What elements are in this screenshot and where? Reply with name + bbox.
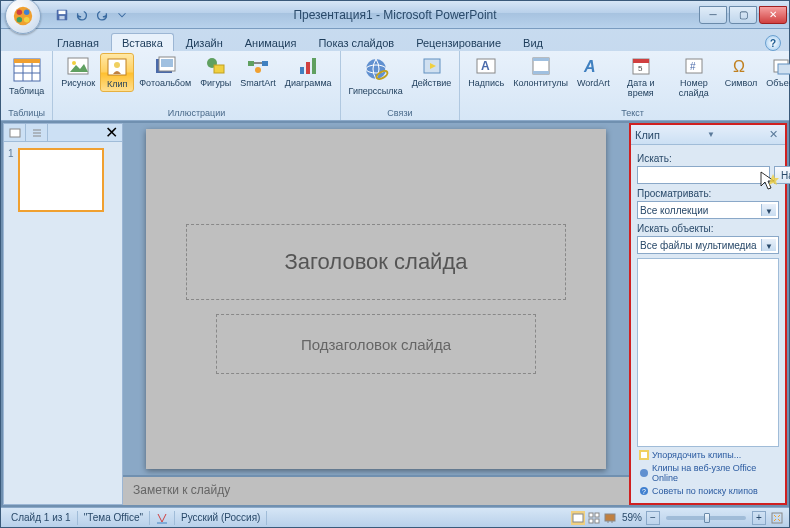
browse-select[interactable]: Все коллекции▼ — [637, 201, 779, 219]
search-start-button[interactable]: Начать — [774, 166, 790, 184]
subtitle-placeholder[interactable]: Подзаголовок слайда — [216, 314, 536, 374]
spell-icon[interactable] — [150, 511, 175, 525]
outline-tab[interactable] — [26, 124, 48, 141]
group-tables: Таблица Таблицы — [1, 51, 53, 120]
hyperlink-button[interactable]: Гиперссылка — [345, 53, 407, 98]
svg-rect-64 — [595, 519, 599, 523]
zoom-percent[interactable]: 59% — [618, 511, 646, 525]
svg-text:A: A — [481, 59, 490, 73]
save-button[interactable] — [53, 6, 71, 24]
taskpane-menu[interactable]: ▼ — [707, 130, 715, 139]
redo-button[interactable] — [93, 6, 111, 24]
undo-button[interactable] — [73, 6, 91, 24]
picture-icon — [66, 55, 90, 77]
svg-rect-36 — [533, 58, 549, 61]
close-button[interactable]: ✕ — [759, 6, 787, 24]
picture-button[interactable]: Рисунок — [57, 53, 99, 90]
hyperlink-icon — [360, 55, 392, 85]
panel-close[interactable]: ✕ — [100, 124, 122, 141]
tab-design[interactable]: Дизайн — [176, 34, 233, 51]
fit-window[interactable] — [770, 511, 784, 525]
svg-rect-13 — [14, 59, 40, 63]
photoalbum-icon — [153, 55, 177, 77]
chart-button[interactable]: Диаграмма — [281, 53, 336, 90]
headerfooter-button[interactable]: Колонтитулы — [509, 53, 572, 90]
tab-review[interactable]: Рецензирование — [406, 34, 511, 51]
svg-rect-7 — [59, 15, 64, 19]
symbol-button[interactable]: Ω Символ — [721, 53, 761, 90]
svg-rect-51 — [10, 129, 20, 137]
svg-rect-27 — [306, 62, 310, 74]
shapes-button[interactable]: Фигуры — [196, 53, 235, 90]
slide-count[interactable]: Слайд 1 из 1 — [5, 511, 78, 525]
search-label: Искать: — [637, 153, 779, 164]
zoom-slider[interactable] — [666, 516, 746, 520]
textbox-button[interactable]: A Надпись — [464, 53, 508, 90]
tab-slideshow[interactable]: Показ слайдов — [308, 34, 404, 51]
smartart-button[interactable]: SmartArt — [236, 53, 280, 90]
svg-rect-24 — [262, 61, 268, 66]
photoalbum-button[interactable]: Фотоальбом — [135, 53, 195, 90]
zoom-in[interactable]: + — [752, 511, 766, 525]
svg-rect-28 — [312, 58, 316, 74]
organize-link[interactable]: Упорядочить клипы... — [639, 450, 777, 460]
tab-animation[interactable]: Анимация — [235, 34, 307, 51]
objects-select[interactable]: Все файлы мультимедиа▼ — [637, 236, 779, 254]
object-icon — [770, 55, 790, 77]
online-link[interactable]: Клипы на веб-узле Office Online — [639, 463, 777, 483]
tab-insert[interactable]: Вставка — [111, 33, 174, 51]
taskpane-header: Клип ▼ ✕ — [631, 125, 785, 145]
qat-menu[interactable] — [113, 6, 131, 24]
wordart-button[interactable]: A WordArt — [573, 53, 614, 90]
help-icon: ? — [639, 486, 649, 496]
clip-taskpane: Клип ▼ ✕ Искать: Начать Просматривать: В… — [629, 123, 787, 505]
action-button[interactable]: Действие — [408, 53, 456, 90]
ribbon-tabs: Главная Вставка Дизайн Анимация Показ сл… — [1, 29, 789, 51]
slideshow-view[interactable] — [603, 511, 617, 525]
quick-access-toolbar — [53, 6, 131, 24]
slide-canvas[interactable]: Заголовок слайда Подзаголовок слайда — [123, 123, 629, 475]
tab-home[interactable]: Главная — [47, 34, 109, 51]
app-window: Презентация1 - Microsoft PowerPoint ─ ▢ … — [0, 0, 790, 528]
datetime-button[interactable]: 5 Дата и время — [615, 53, 667, 100]
table-button[interactable]: Таблица — [5, 53, 48, 98]
taskpane-close[interactable]: ✕ — [766, 128, 781, 141]
maximize-button[interactable]: ▢ — [729, 6, 757, 24]
office-button[interactable] — [5, 0, 41, 34]
svg-rect-68 — [772, 513, 782, 523]
organize-icon — [639, 450, 649, 460]
slide-thumbnail-1[interactable]: 1 — [4, 142, 122, 218]
slidenumber-button[interactable]: # Номер слайда — [668, 53, 720, 100]
sorter-view[interactable] — [587, 511, 601, 525]
minimize-button[interactable]: ─ — [699, 6, 727, 24]
svg-point-15 — [72, 61, 76, 65]
svg-point-0 — [14, 6, 32, 24]
theme-name[interactable]: "Тема Office" — [78, 511, 150, 525]
calendar-icon: 5 — [629, 55, 653, 77]
language-status[interactable]: Русский (Россия) — [175, 511, 267, 525]
object-button[interactable]: Объект — [762, 53, 790, 90]
normal-view[interactable] — [571, 511, 585, 525]
svg-point-4 — [24, 16, 29, 21]
title-placeholder[interactable]: Заголовок слайда — [186, 224, 566, 300]
status-bar: Слайд 1 из 1 "Тема Office" Русский (Росс… — [1, 507, 789, 527]
group-links: Гиперссылка Действие Связи — [341, 51, 461, 120]
slide-panel: ✕ 1 — [3, 123, 123, 505]
help-icon[interactable]: ? — [765, 35, 781, 51]
svg-point-17 — [114, 62, 120, 68]
results-area — [637, 258, 779, 447]
workspace: ✕ 1 Заголовок слайда Подзаголовок слайда… — [1, 121, 789, 507]
clip-button[interactable]: Клип — [100, 53, 134, 92]
svg-text:?: ? — [642, 488, 646, 495]
search-input[interactable] — [637, 166, 770, 184]
svg-rect-65 — [605, 514, 615, 521]
tips-link[interactable]: ?Советы по поиску клипов — [639, 486, 777, 496]
svg-rect-20 — [161, 59, 173, 67]
zoom-out[interactable]: − — [646, 511, 660, 525]
window-controls: ─ ▢ ✕ — [699, 6, 789, 24]
wordart-icon: A — [581, 55, 605, 77]
tab-view[interactable]: Вид — [513, 34, 553, 51]
notes-pane[interactable]: Заметки к слайду — [123, 475, 629, 505]
slides-tab[interactable] — [4, 124, 26, 141]
clip-icon — [105, 56, 129, 78]
